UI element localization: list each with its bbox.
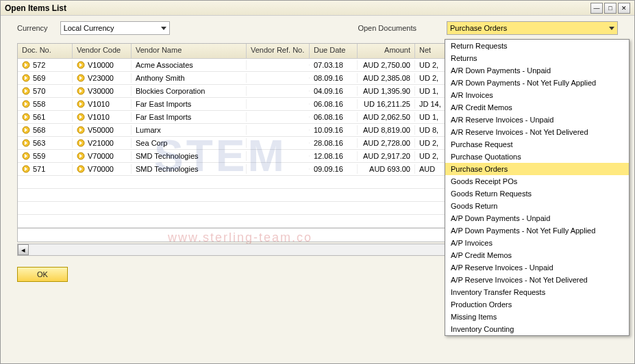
due-date-value: 08.09.16 [314, 74, 343, 82]
amount-value: AUD 1,395.90 [363, 87, 410, 95]
link-arrow-icon[interactable] [22, 113, 30, 121]
docno-value: 568 [33, 126, 45, 134]
dropdown-item[interactable]: A/R Reserve Invoices - Not Yet Delivered [445, 126, 629, 138]
vendor-code-value: V23000 [88, 74, 114, 82]
close-button[interactable]: ✕ [618, 3, 630, 14]
col-docno[interactable]: Doc. No. [18, 44, 73, 58]
vendor-name-value: Far East Imports [136, 113, 191, 121]
minimize-button[interactable]: — [590, 3, 603, 14]
due-date-value: 12.08.16 [314, 152, 343, 160]
ok-button[interactable]: OK [17, 267, 68, 282]
link-arrow-icon[interactable] [77, 87, 85, 95]
dropdown-item[interactable]: Goods Return Requests [445, 187, 629, 200]
amount-value: AUD 2,728.00 [363, 139, 410, 147]
amount-value: AUD 2,917.20 [363, 152, 410, 160]
dropdown-item[interactable]: A/R Reserve Invoices - Unpaid [445, 114, 629, 126]
dropdown-item[interactable]: Return Requests [445, 40, 629, 52]
link-arrow-icon[interactable] [77, 165, 85, 173]
col-vendor-ref[interactable]: Vendor Ref. No. [247, 44, 310, 58]
vendor-code-value: V70000 [88, 152, 114, 160]
dropdown-item[interactable]: Inventory Counting [445, 323, 629, 335]
open-items-window: Open Items List — □ ✕ Currency Local Cur… [0, 0, 635, 364]
vendor-name-value: SMD Technologies [136, 152, 199, 160]
dropdown-item[interactable]: A/R Down Payments - Not Yet Fully Applie… [445, 77, 629, 89]
titlebar: Open Items List — □ ✕ [1, 1, 634, 16]
link-arrow-icon[interactable] [77, 126, 85, 134]
dropdown-item[interactable]: A/P Reserve Invoices - Unpaid [445, 261, 629, 274]
net-value: UD 1, [419, 113, 438, 121]
due-date-value: 06.08.16 [314, 100, 343, 108]
vendor-name-value: Blockies Corporation [136, 87, 206, 95]
link-arrow-icon[interactable] [77, 61, 85, 69]
col-due-date[interactable]: Due Date [310, 44, 358, 58]
vendor-code-value: V1010 [88, 113, 110, 121]
chevron-down-icon [609, 27, 614, 30]
link-arrow-icon[interactable] [22, 87, 30, 95]
link-arrow-icon[interactable] [77, 74, 85, 82]
amount-value: UD 16,211.25 [364, 100, 410, 108]
dropdown-item[interactable]: A/P Invoices [445, 237, 629, 249]
dropdown-item[interactable]: Goods Return [445, 200, 629, 212]
dropdown-item[interactable]: Inventory Transfer Requests [445, 286, 629, 298]
net-value: UD 1, [419, 87, 438, 95]
dropdown-item[interactable]: A/P Credit Memos [445, 249, 629, 261]
amount-value: AUD 2,385.08 [363, 74, 410, 82]
docno-value: 570 [33, 87, 45, 95]
scroll-left-button[interactable]: ◂ [18, 244, 29, 255]
vendor-name-value: Anthony Smith [136, 74, 185, 82]
amount-value: AUD 2,750.00 [363, 61, 410, 69]
link-arrow-icon[interactable] [77, 100, 85, 108]
dropdown-item[interactable]: A/P Down Payments - Not Yet Fully Applie… [445, 224, 629, 237]
open-documents-dropdown[interactable]: Return RequestsReturnsA/R Down Payments … [445, 39, 630, 336]
col-vendor-code[interactable]: Vendor Code [73, 44, 132, 58]
open-documents-value: Purchase Orders [450, 24, 507, 32]
col-amount[interactable]: Amount [358, 44, 415, 58]
link-arrow-icon[interactable] [22, 165, 30, 173]
docno-value: 569 [33, 74, 45, 82]
dropdown-item[interactable]: Purchase Request [445, 138, 629, 151]
vendor-name-value: SMD Technologies [136, 165, 199, 173]
link-arrow-icon[interactable] [22, 152, 30, 160]
dropdown-item[interactable]: A/P Reserve Invoices - Not Yet Delivered [445, 274, 629, 286]
window-title: Open Items List [5, 3, 590, 13]
chevron-down-icon [161, 27, 166, 30]
vendor-code-value: V30000 [88, 87, 114, 95]
due-date-value: 10.09.16 [314, 126, 343, 134]
vendor-code-value: V70000 [88, 165, 114, 173]
due-date-value: 04.09.16 [314, 87, 343, 95]
dropdown-item[interactable]: Returns [445, 52, 629, 64]
link-arrow-icon[interactable] [77, 152, 85, 160]
link-arrow-icon[interactable] [22, 100, 30, 108]
link-arrow-icon[interactable] [77, 139, 85, 147]
currency-value: Local Currency [64, 24, 114, 32]
vendor-name-value: Sea Corp [136, 139, 167, 147]
link-arrow-icon[interactable] [22, 61, 30, 69]
dropdown-item[interactable]: A/R Invoices [445, 89, 629, 101]
currency-label: Currency [17, 24, 48, 32]
dropdown-item[interactable]: A/R Down Payments - Unpaid [445, 64, 629, 77]
docno-value: 559 [33, 152, 45, 160]
dropdown-item[interactable]: Missing Items [445, 311, 629, 323]
vendor-code-value: V1010 [88, 100, 110, 108]
open-documents-combo[interactable]: Purchase Orders [447, 21, 618, 35]
amount-value: AUD 8,819.00 [363, 126, 410, 134]
link-arrow-icon[interactable] [77, 113, 85, 121]
link-arrow-icon[interactable] [22, 126, 30, 134]
net-value: UD 2, [419, 152, 438, 160]
dropdown-item[interactable]: Production Orders [445, 298, 629, 311]
link-arrow-icon[interactable] [22, 74, 30, 82]
dropdown-item[interactable]: Purchase Quotations [445, 151, 629, 163]
due-date-value: 28.08.16 [314, 139, 343, 147]
docno-value: 563 [33, 139, 45, 147]
link-arrow-icon[interactable] [22, 139, 30, 147]
dropdown-item[interactable]: A/R Credit Memos [445, 101, 629, 114]
dropdown-item[interactable]: Goods Receipt POs [445, 175, 629, 187]
currency-combo[interactable]: Local Currency [60, 21, 170, 35]
col-vendor-name[interactable]: Vendor Name [132, 44, 247, 58]
dropdown-item[interactable]: A/P Down Payments - Unpaid [445, 212, 629, 224]
docno-value: 561 [33, 113, 45, 121]
dropdown-item[interactable]: Purchase Orders [445, 163, 629, 175]
due-date-value: 07.03.18 [314, 61, 343, 69]
net-value: JD 14, [419, 100, 441, 108]
maximize-button[interactable]: □ [604, 3, 617, 14]
